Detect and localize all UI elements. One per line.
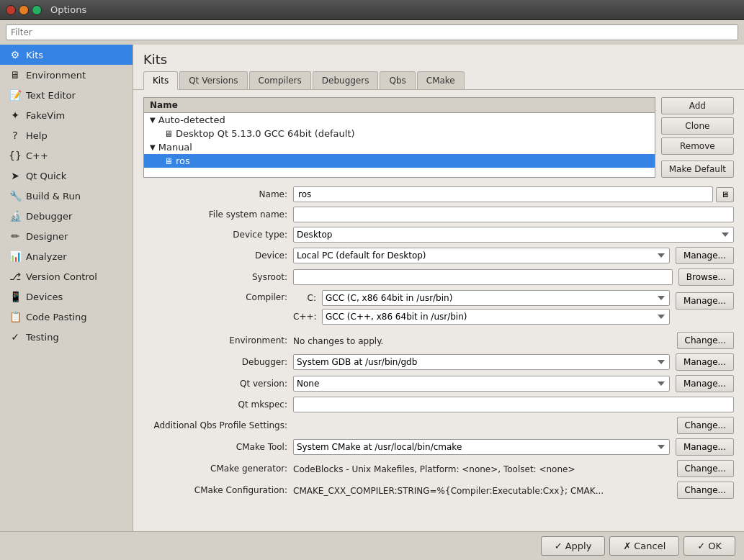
cancel-label: Cancel	[634, 541, 665, 551]
form-row-cmake-generator: CMake generator: CodeBlocks - Unix Makef…	[143, 460, 734, 477]
tab-qt-versions[interactable]: Qt Versions	[179, 71, 247, 89]
tab-compilers[interactable]: Compilers	[249, 71, 311, 89]
window-controls[interactable]	[6, 5, 42, 15]
form-row-device: Device: Local PC (default for Desktop) M…	[143, 247, 734, 264]
tab-kits[interactable]: Kits	[143, 71, 178, 90]
ok-button[interactable]: ✓ OK	[684, 536, 735, 556]
compiler-c-row: C: GCC (C, x86 64bit in /usr/bin)	[293, 290, 670, 306]
compiler-cpp-select[interactable]: GCC (C++, x86 64bit in /usr/bin)	[322, 309, 670, 325]
cmake-config-change-button[interactable]: Change...	[677, 482, 734, 499]
auto-detected-group[interactable]: ▼ Auto-detected	[144, 113, 655, 127]
ros-kit-item[interactable]: 🖥 ros	[144, 154, 655, 168]
form-row-sysroot: Sysroot: Browse...	[143, 268, 734, 286]
sidebar-item-designer[interactable]: ✏ Designer	[0, 226, 133, 246]
name-field-container: 🖥	[293, 186, 734, 202]
minimize-button[interactable]	[19, 5, 29, 15]
form-row-qt-mkspec: Qt mkspec:	[143, 397, 734, 412]
filter-input[interactable]	[6, 24, 738, 40]
cmake-generator-change-button[interactable]: Change...	[677, 460, 734, 477]
clone-button[interactable]: Clone	[661, 117, 734, 135]
desktop-qt-label: Desktop Qt 5.13.0 GCC 64bit (default)	[176, 128, 355, 139]
sidebar-item-analyzer[interactable]: 📊 Analyzer	[0, 246, 133, 266]
name-icon-button[interactable]: 🖥	[716, 187, 734, 202]
qt-mkspec-input[interactable]	[293, 397, 734, 412]
sidebar-label-debugger: Debugger	[26, 211, 72, 222]
sidebar-item-environment[interactable]: 🖥 Environment	[0, 65, 133, 85]
monitor-icon: 🖥	[164, 129, 173, 139]
apply-button[interactable]: ✓ Apply	[541, 536, 606, 556]
tab-qbs[interactable]: Qbs	[380, 71, 415, 89]
form-area: Name: 🖥 File system name:	[133, 182, 744, 531]
name-input[interactable]	[293, 186, 713, 202]
sidebar-item-text-editor[interactable]: 📝 Text Editor	[0, 85, 133, 105]
compiler-manage-button[interactable]: Manage...	[676, 292, 734, 310]
add-button[interactable]: Add	[661, 97, 734, 114]
panel-title: Kits	[133, 45, 744, 71]
chevron-down-icon: ▼	[150, 116, 156, 124]
kits-table-section: Name ▼ Auto-detected 🖥 Desktop Qt 5.13.0…	[143, 97, 734, 178]
manual-group[interactable]: ▼ Manual	[144, 140, 655, 154]
sidebar-item-testing[interactable]: ✓ Testing	[0, 327, 133, 347]
remove-button[interactable]: Remove	[661, 137, 734, 155]
sidebar-item-devices[interactable]: 📱 Devices	[0, 286, 133, 307]
device-type-label: Device type:	[143, 230, 287, 240]
cancel-button[interactable]: ✗ Cancel	[609, 536, 679, 556]
device-type-select[interactable]: Desktop	[293, 227, 734, 243]
sidebar-label-fakevim: FakeVim	[26, 110, 65, 121]
sidebar-label-kits: Kits	[26, 50, 43, 60]
cmake-config-value: CMAKE_CXX_COMPILER:STRING=%{Compiler:Exe…	[293, 484, 604, 498]
debugger-field-container: System GDB at /usr/bin/gdb	[293, 354, 670, 370]
tab-cmake[interactable]: CMake	[417, 71, 465, 89]
cmake-generator-label: CMake generator:	[143, 464, 287, 474]
chevron-down-icon-2: ▼	[150, 143, 156, 151]
device-select[interactable]: Local PC (default for Desktop)	[293, 248, 670, 263]
qbs-profile-change-button[interactable]: Change...	[677, 417, 734, 434]
form-row-name: Name: 🖥	[143, 186, 734, 202]
sidebar-item-help[interactable]: ? Help	[0, 125, 133, 145]
cmake-generator-value: CodeBlocks - Unix Makefiles, Platform: <…	[293, 462, 575, 477]
device-field-container: Local PC (default for Desktop)	[293, 248, 670, 263]
kits-table: Name ▼ Auto-detected 🖥 Desktop Qt 5.13.0…	[143, 97, 655, 178]
sidebar-item-build-run[interactable]: 🔧 Build & Run	[0, 186, 133, 206]
filesystem-label: File system name:	[143, 209, 287, 220]
ros-monitor-icon: 🖥	[164, 156, 173, 166]
cmake-tool-select[interactable]: System CMake at /usr/local/bin/cmake	[293, 439, 670, 455]
sysroot-input[interactable]	[293, 269, 673, 285]
sidebar-label-text-editor: Text Editor	[26, 90, 76, 101]
sidebar-item-cpp[interactable]: {} C++	[0, 145, 133, 166]
sidebar-item-version-control[interactable]: ⎇ Version Control	[0, 266, 133, 286]
debugger-select[interactable]: System GDB at /usr/bin/gdb	[293, 354, 670, 370]
qbs-profile-label: Additional Qbs Profile Settings:	[143, 420, 287, 430]
environment-change-button[interactable]: Change...	[677, 332, 734, 349]
maximize-button[interactable]	[32, 5, 42, 15]
qt-version-manage-button[interactable]: Manage...	[676, 375, 734, 392]
ok-checkmark-icon: ✓	[697, 541, 705, 551]
cmake-tool-manage-button[interactable]: Manage...	[676, 438, 734, 456]
tab-debuggers[interactable]: Debuggers	[313, 71, 379, 89]
sidebar-label-code-pasting: Code Pasting	[26, 312, 87, 322]
sidebar-item-debugger[interactable]: 🔬 Debugger	[0, 206, 133, 226]
cmake-config-label: CMake Configuration:	[143, 485, 287, 495]
debugger-manage-button[interactable]: Manage...	[676, 353, 734, 371]
device-label: Device:	[143, 250, 287, 261]
desktop-qt-item[interactable]: 🖥 Desktop Qt 5.13.0 GCC 64bit (default)	[144, 127, 655, 140]
device-manage-button[interactable]: Manage...	[676, 247, 734, 264]
sidebar-item-code-pasting[interactable]: 📋 Code Pasting	[0, 307, 133, 327]
help-icon: ?	[9, 129, 22, 142]
sidebar-item-qt-quick[interactable]: ➤ Qt Quick	[0, 166, 133, 186]
sysroot-browse-button[interactable]: Browse...	[678, 268, 734, 286]
form-row-cmake-tool: CMake Tool: System CMake at /usr/local/b…	[143, 438, 734, 456]
make-default-button[interactable]: Make Default	[661, 161, 734, 178]
close-button[interactable]	[6, 5, 16, 15]
sidebar-label-version-control: Version Control	[26, 271, 97, 282]
qt-version-select[interactable]: None	[293, 376, 670, 392]
compiler-cpp-row: C++: GCC (C++, x86 64bit in /usr/bin)	[293, 309, 670, 325]
filesystem-input[interactable]	[293, 207, 734, 222]
devices-icon: 📱	[9, 290, 22, 303]
device-type-field-container: Desktop	[293, 227, 734, 243]
sidebar-item-kits[interactable]: ⚙ Kits	[0, 45, 133, 65]
compiler-c-select[interactable]: GCC (C, x86 64bit in /usr/bin)	[322, 290, 670, 306]
sidebar-label-cpp: C++	[26, 150, 48, 161]
form-row-qbs-profile: Additional Qbs Profile Settings: Change.…	[143, 417, 734, 434]
sidebar-item-fakevim[interactable]: ✦ FakeVim	[0, 105, 133, 125]
